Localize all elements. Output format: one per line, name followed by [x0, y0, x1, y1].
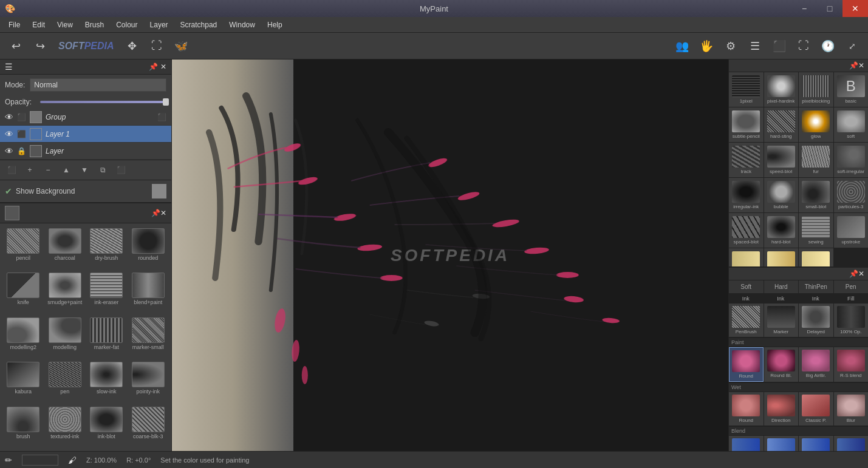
layer-panel-menu-icon[interactable]: ☰	[5, 62, 13, 72]
menu-file[interactable]: File	[2, 19, 26, 31]
menu-window[interactable]: Window	[223, 19, 261, 31]
brush-smudge[interactable]: smudge+paint	[44, 270, 86, 314]
brush-cat-close-button[interactable]: ✕	[858, 61, 864, 70]
layer-item-layer[interactable]: 👁 🔒 Layer	[0, 143, 171, 160]
brush-cat-upstroke[interactable]: upstroke	[834, 213, 869, 248]
brush-blend-paint[interactable]: blend+paint	[128, 270, 169, 314]
brush-cat-1pixel[interactable]: 1pixel	[729, 72, 764, 107]
brush-type-marker[interactable]: Marker	[764, 304, 799, 337]
brush-type-classic-p[interactable]: Classic P.	[799, 392, 833, 426]
brush-type-100op[interactable]: 100% Op.	[834, 304, 869, 337]
tab-thinpen[interactable]: ThinPen	[799, 280, 834, 293]
layer-up-button[interactable]: ▲	[58, 163, 74, 177]
restore-button[interactable]: □	[817, 0, 842, 17]
layer-remove-button[interactable]: −	[40, 163, 56, 177]
brush-type-wet-round[interactable]: Round	[729, 392, 764, 426]
color-box[interactable]	[22, 455, 58, 466]
brush-cat-sewing[interactable]: sewing	[799, 213, 833, 248]
tab-fill[interactable]: Fill	[834, 294, 869, 304]
brush-cat-basic[interactable]: B basic	[834, 72, 869, 107]
brush-modelling[interactable]: modelling	[44, 315, 86, 359]
brush-textured-ink[interactable]: textured-ink	[44, 404, 86, 449]
layer-lock-icon[interactable]: 🔒	[17, 147, 26, 155]
layer-sort-button[interactable]: ⬛	[113, 163, 129, 177]
brush-cat-pin-button[interactable]: 📌	[849, 61, 858, 70]
brush-size-button[interactable]: 🖐	[695, 35, 717, 57]
menu-edit[interactable]: Edit	[26, 19, 51, 31]
brush-type-blur[interactable]: Blur	[834, 392, 869, 426]
brush-cat-small-blot[interactable]: small-blot	[799, 178, 833, 212]
layer-add-button[interactable]: +	[22, 163, 38, 177]
brush-panel-close-button[interactable]: ✕	[160, 209, 166, 217]
layer-group-duplicate-icon[interactable]: ⬛	[157, 113, 166, 121]
tab-pen[interactable]: Pen	[834, 280, 869, 293]
symmetry-button[interactable]: 🦋	[170, 35, 192, 57]
brush-type-penbrush[interactable]: PenBrush	[729, 304, 764, 337]
menu-brush[interactable]: Brush	[79, 19, 110, 31]
close-button[interactable]: ✕	[842, 0, 868, 17]
show-background-checkbox[interactable]: ✔	[5, 186, 12, 196]
brush-cat-fur[interactable]: fur	[799, 143, 833, 177]
brush-type-pin-button[interactable]: 📌	[849, 270, 858, 278]
redo-button[interactable]: ↪	[29, 35, 51, 57]
brush-cat-hard-sting[interactable]: hard-sting	[764, 107, 799, 142]
color-history-button[interactable]: 👥	[671, 35, 693, 57]
brush-pen[interactable]: pen	[44, 359, 86, 404]
layer-panel-pin-button[interactable]: 📌	[149, 63, 158, 71]
layer-button[interactable]: ⬛	[768, 35, 790, 57]
tab-ink1[interactable]: Ink	[729, 294, 764, 304]
menu-scratchpad[interactable]: Scratchpad	[174, 19, 224, 31]
brush-cat-speed-blot[interactable]: speed-blot	[764, 143, 799, 177]
brush-type-big-air[interactable]: Big AirBr.	[799, 347, 833, 382]
minimize-button[interactable]: −	[791, 0, 817, 17]
brush-rounded[interactable]: rounded	[128, 226, 169, 270]
brush-cat-pixelblocking[interactable]: pixelblocking	[799, 72, 833, 107]
undo-button[interactable]: ↩	[5, 35, 27, 57]
brush-cat-spaced-blot[interactable]: spaced-blot	[729, 213, 764, 248]
opacity-slider[interactable]	[40, 101, 166, 103]
brush-cat-extra2[interactable]	[764, 248, 799, 266]
brush-pencil[interactable]: pencil	[2, 226, 44, 270]
layer1-eye-icon[interactable]: 👁	[5, 129, 13, 139]
layer-item-group[interactable]: 👁 ⬛ Group ⬛	[0, 109, 171, 126]
tab-hard[interactable]: Hard	[764, 280, 799, 293]
painting-canvas[interactable]: SOFTPEDIA	[172, 59, 728, 451]
brush-type-delayed[interactable]: Delayed	[799, 304, 833, 337]
brush-coarse[interactable]: coarse-blk-3	[128, 404, 169, 449]
brush-panel-pin-button[interactable]: 📌	[151, 209, 160, 217]
brush-type-blend4[interactable]: Blend	[834, 436, 869, 451]
brush-type-close-button[interactable]: ✕	[858, 270, 864, 278]
brush-type-direction[interactable]: Direction	[764, 392, 799, 426]
brush-kabura[interactable]: kabura	[2, 359, 44, 404]
brush-cat-irregular-ink[interactable]: irregular-ink	[729, 178, 764, 212]
brush-cat-bubble[interactable]: bubble	[764, 178, 799, 212]
menu-view[interactable]: View	[51, 19, 79, 31]
brush-cat-soft[interactable]: soft	[834, 107, 869, 142]
brush-marker-fat[interactable]: marker-fat	[86, 315, 128, 359]
menu-colour[interactable]: Colour	[110, 19, 143, 31]
brush-type-round-bl[interactable]: Round Bl.	[764, 347, 799, 382]
move-tool-button[interactable]: ✥	[121, 35, 143, 57]
layer-item-layer1[interactable]: 👁 ⬛ Layer 1	[0, 126, 171, 143]
menu-layer[interactable]: Layer	[144, 19, 174, 31]
canvas-area[interactable]: SOFTPEDIA	[172, 59, 728, 451]
expand-button[interactable]: ⤢	[841, 35, 863, 57]
tab-ink3[interactable]: Ink	[799, 294, 833, 304]
fullscreen-button[interactable]: ⛶	[793, 35, 815, 57]
brush-cat-soft-irregular[interactable]: soft-irregular	[834, 143, 869, 177]
brush-ink-eraser[interactable]: ink-eraser	[86, 270, 128, 314]
brush-slow-ink[interactable]: slow-ink	[86, 359, 128, 404]
brush-knife[interactable]: knife	[2, 270, 44, 314]
brush-cat-track[interactable]: track	[729, 143, 764, 177]
brush-type-rs-blend[interactable]: R-S blend	[834, 347, 869, 382]
menu-help[interactable]: Help	[261, 19, 289, 31]
brush-type-blend1[interactable]: Blend	[729, 436, 764, 451]
layer-group-eye-icon[interactable]: 👁	[5, 112, 13, 122]
mode-select[interactable]: Normal	[30, 78, 166, 92]
layer-down-button[interactable]: ▼	[77, 163, 92, 177]
tab-ink2[interactable]: Ink	[764, 294, 799, 304]
brush-type-blend3[interactable]: Blend	[799, 436, 833, 451]
brush-pointy-ink[interactable]: pointy-ink	[128, 359, 169, 404]
brush-cat-particules[interactable]: particules-3	[834, 178, 869, 212]
layer-eye-icon[interactable]: 👁	[5, 146, 13, 156]
